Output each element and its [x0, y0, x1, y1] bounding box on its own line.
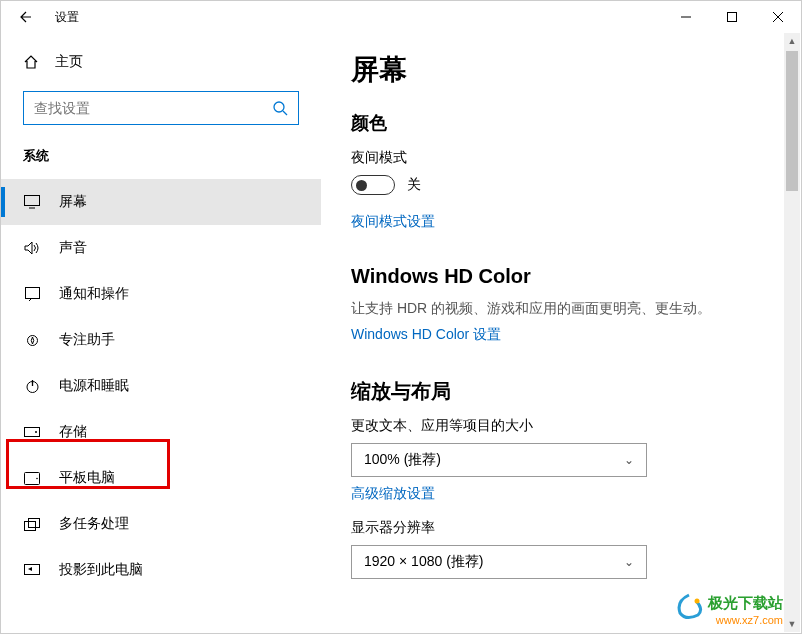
hdcolor-settings-link[interactable]: Windows HD Color 设置 — [351, 326, 501, 344]
sidebar-item-tablet[interactable]: 平板电脑 — [1, 455, 321, 501]
svg-rect-3 — [25, 288, 39, 299]
sidebar-item-label: 屏幕 — [59, 193, 87, 211]
sidebar-item-power[interactable]: 电源和睡眠 — [1, 363, 321, 409]
scale-heading: 缩放与布局 — [351, 378, 771, 405]
sidebar-item-multitasking[interactable]: 多任务处理 — [1, 501, 321, 547]
watermark: 极光下载站 www.xz7.com — [708, 593, 783, 627]
chevron-down-icon: ⌄ — [624, 555, 634, 569]
scroll-up-arrow[interactable]: ▲ — [784, 33, 800, 49]
window-title: 设置 — [55, 9, 79, 26]
scroll-down-arrow[interactable]: ▼ — [784, 616, 800, 632]
maximize-icon — [727, 12, 737, 22]
svg-point-1 — [274, 102, 284, 112]
home-label: 主页 — [55, 53, 83, 71]
sidebar-item-label: 平板电脑 — [59, 469, 115, 487]
sidebar-section-title: 系统 — [1, 125, 321, 179]
title-bar: 设置 — [1, 1, 801, 33]
back-button[interactable] — [9, 1, 41, 33]
projecting-icon — [24, 564, 40, 577]
window-controls — [663, 1, 801, 33]
sidebar: 主页 系统 屏幕 声音 通知和操作 专注助手 电源和睡眠 — [1, 33, 321, 633]
scale-dropdown[interactable]: 100% (推荐) ⌄ — [351, 443, 647, 477]
sidebar-item-notifications[interactable]: 通知和操作 — [1, 271, 321, 317]
svg-point-13 — [695, 599, 700, 604]
svg-point-7 — [35, 431, 37, 433]
close-icon — [773, 12, 783, 22]
content-area: 主页 系统 屏幕 声音 通知和操作 专注助手 电源和睡眠 — [1, 33, 801, 633]
scale-dropdown-value: 100% (推荐) — [364, 451, 441, 469]
hdcolor-heading: Windows HD Color — [351, 265, 771, 288]
power-icon — [25, 379, 40, 394]
tablet-icon — [24, 472, 40, 485]
night-mode-toggle[interactable] — [351, 175, 395, 195]
night-mode-settings-link[interactable]: 夜间模式设置 — [351, 213, 435, 231]
sidebar-item-display[interactable]: 屏幕 — [1, 179, 321, 225]
notifications-icon — [25, 287, 40, 301]
focus-assist-icon — [25, 333, 40, 348]
night-mode-state: 关 — [407, 176, 421, 194]
sidebar-item-projecting[interactable]: 投影到此电脑 — [1, 547, 321, 593]
page-title: 屏幕 — [351, 51, 771, 89]
arrow-left-icon — [17, 9, 33, 25]
hdcolor-description: 让支持 HDR 的视频、游戏和应用的画面更明亮、更生动。 — [351, 300, 771, 318]
display-icon — [24, 195, 40, 209]
sidebar-item-label: 多任务处理 — [59, 515, 129, 533]
color-heading: 颜色 — [351, 111, 771, 135]
sidebar-item-label: 投影到此电脑 — [59, 561, 143, 579]
vertical-scrollbar[interactable]: ▲ ▼ — [784, 33, 800, 632]
svg-rect-10 — [25, 521, 36, 530]
resolution-dropdown[interactable]: 1920 × 1080 (推荐) ⌄ — [351, 545, 647, 579]
minimize-button[interactable] — [663, 1, 709, 33]
multitasking-icon — [24, 518, 40, 531]
search-icon — [272, 100, 288, 116]
resolution-dropdown-value: 1920 × 1080 (推荐) — [364, 553, 483, 571]
sidebar-item-focus-assist[interactable]: 专注助手 — [1, 317, 321, 363]
night-mode-label: 夜间模式 — [351, 149, 771, 167]
watermark-logo-icon — [674, 593, 704, 621]
sidebar-item-label: 存储 — [59, 423, 87, 441]
advanced-scale-link[interactable]: 高级缩放设置 — [351, 485, 435, 503]
scale-label: 更改文本、应用等项目的大小 — [351, 417, 771, 435]
sidebar-item-label: 电源和睡眠 — [59, 377, 129, 395]
minimize-icon — [681, 12, 691, 22]
search-box[interactable] — [23, 91, 299, 125]
chevron-down-icon: ⌄ — [624, 453, 634, 467]
close-button[interactable] — [755, 1, 801, 33]
svg-point-9 — [36, 477, 38, 479]
home-icon — [23, 54, 39, 70]
sidebar-item-storage[interactable]: 存储 — [1, 409, 321, 455]
maximize-button[interactable] — [709, 1, 755, 33]
sidebar-item-label: 专注助手 — [59, 331, 115, 349]
search-input[interactable] — [34, 100, 272, 116]
sidebar-item-label: 通知和操作 — [59, 285, 129, 303]
svg-rect-6 — [25, 428, 40, 437]
svg-rect-2 — [25, 196, 40, 206]
sidebar-item-sound[interactable]: 声音 — [1, 225, 321, 271]
home-button[interactable]: 主页 — [1, 43, 321, 81]
sidebar-item-label: 声音 — [59, 239, 87, 257]
scrollbar-thumb[interactable] — [786, 51, 798, 191]
watermark-title: 极光下载站 — [708, 593, 783, 613]
toggle-knob — [356, 180, 367, 191]
resolution-label: 显示器分辨率 — [351, 519, 771, 537]
sound-icon — [24, 241, 40, 255]
storage-icon — [24, 427, 40, 437]
svg-rect-11 — [29, 518, 40, 527]
svg-rect-0 — [728, 13, 737, 22]
watermark-url: www.xz7.com — [708, 613, 783, 627]
main-panel: 屏幕 颜色 夜间模式 关 夜间模式设置 Windows HD Color 让支持… — [321, 33, 801, 633]
